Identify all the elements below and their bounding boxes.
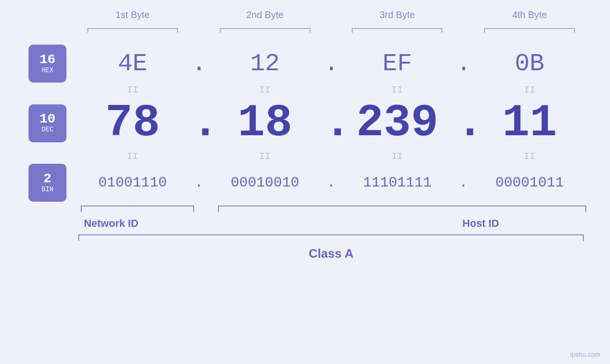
equals-1-2: II xyxy=(208,84,322,95)
equals-2-4: II xyxy=(473,151,586,162)
equals-2-2: II xyxy=(208,151,322,162)
dec-dot1: . xyxy=(192,97,206,149)
equals-1-4: II xyxy=(473,84,586,95)
equals-2-3: II xyxy=(341,151,454,162)
equals-1-1: II xyxy=(76,84,189,95)
bin-dot3: . xyxy=(456,175,470,191)
dec-byte3: 239 xyxy=(341,97,454,149)
dec-dot2: . xyxy=(324,97,338,149)
host-id-label: Host ID xyxy=(462,217,499,230)
bin-dot1: . xyxy=(192,175,206,191)
bin-byte1: 01001110 xyxy=(76,175,189,191)
dec-byte1: 78 xyxy=(76,97,189,149)
hex-badge: 16 HEX xyxy=(28,45,66,83)
hex-dot3: . xyxy=(456,50,470,78)
byte1-header: 1st Byte xyxy=(115,9,150,20)
byte4-header: 4th Byte xyxy=(512,9,547,20)
hex-dot2: . xyxy=(324,50,338,78)
hex-byte3: EF xyxy=(341,50,454,78)
dec-byte2: 18 xyxy=(208,97,322,149)
bin-byte4: 00001011 xyxy=(473,175,586,191)
class-a-label: Class A xyxy=(309,246,353,261)
equals-1-3: II xyxy=(341,84,454,95)
dec-badge: 10 DEC xyxy=(28,104,66,142)
bin-badge: 2 BIN xyxy=(28,164,66,202)
bin-byte2: 00010010 xyxy=(208,175,322,191)
byte3-header: 3rd Byte xyxy=(380,9,415,20)
dec-dot3: . xyxy=(456,97,470,149)
dec-byte4: 11 xyxy=(473,97,586,149)
hex-byte2: 12 xyxy=(208,50,322,78)
hex-byte1: 4E xyxy=(76,50,189,78)
hex-dot1: . xyxy=(192,50,206,78)
bin-byte3: 11101111 xyxy=(341,175,454,191)
network-id-label: Network ID xyxy=(84,217,139,229)
byte2-header: 2nd Byte xyxy=(246,9,284,20)
watermark: ipshu.com xyxy=(570,351,601,358)
hex-byte4: 0B xyxy=(473,50,586,78)
bin-dot2: . xyxy=(324,175,338,191)
equals-2-1: II xyxy=(76,151,189,162)
